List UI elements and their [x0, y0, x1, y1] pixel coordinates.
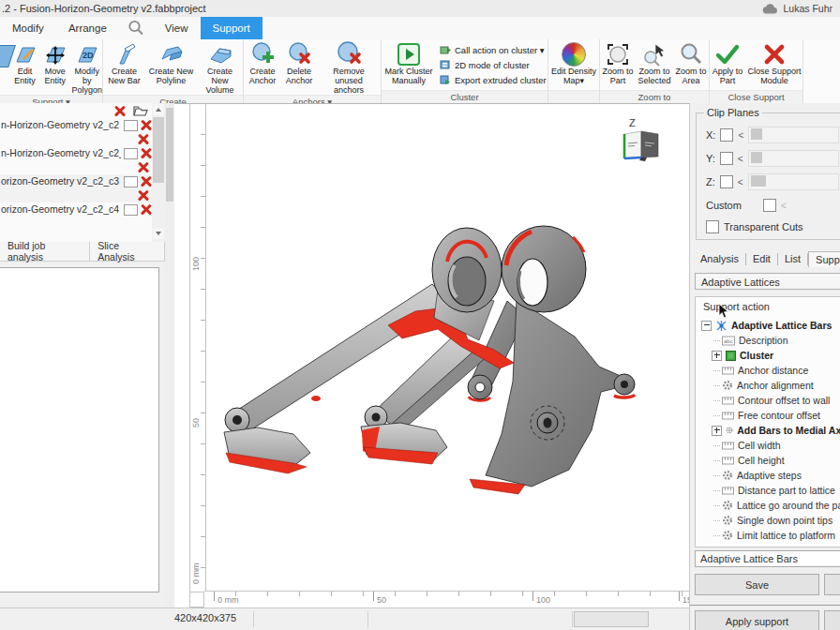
- clip-z-slider[interactable]: [748, 173, 839, 190]
- group-label-anchors[interactable]: Anchors ▾: [244, 95, 381, 103]
- delete-support-icon[interactable]: [138, 190, 149, 201]
- tree-item-anchor-alignment[interactable]: Anchor alignment: [698, 378, 840, 393]
- move-entity-button[interactable]: Move Entity: [41, 41, 68, 85]
- transparent-cuts-checkbox[interactable]: [706, 220, 719, 233]
- support-name-input[interactable]: [695, 550, 840, 567]
- create-new-volume-button[interactable]: Create New Volume: [199, 41, 242, 95]
- export-extruded-cluster-button[interactable]: Export extruded cluster: [440, 73, 547, 86]
- clip-x-flip-button[interactable]: <: [738, 130, 743, 141]
- support-count-button[interactable]: [124, 148, 138, 159]
- apply-support-button[interactable]: Apply support: [695, 610, 819, 630]
- tree-item-lattice-go-around-the-part[interactable]: Lattice go around the part: [698, 498, 840, 513]
- clip-z-slider-thumb[interactable]: [751, 175, 766, 187]
- group-label-support[interactable]: Support ▾: [0, 95, 102, 103]
- scroll-down-button[interactable]: [153, 228, 164, 239]
- tab-support[interactable]: Support: [201, 17, 262, 39]
- expand-icon[interactable]: [712, 351, 722, 361]
- 2d-mode-of-cluster-button[interactable]: 2D mode of cluster: [440, 58, 547, 71]
- create-new-bar-label: Create New Bar: [105, 67, 144, 85]
- collapse-icon[interactable]: [701, 321, 712, 331]
- delete-part-icon[interactable]: [141, 204, 152, 215]
- scrollbar-thumb[interactable]: [153, 117, 164, 183]
- orientation-cube[interactable]: Z: [622, 117, 665, 166]
- clip-z-flip-button[interactable]: <: [738, 177, 743, 188]
- delete-part-icon[interactable]: [141, 148, 152, 158]
- tab-slice-analysis[interactable]: Slice Analysis: [90, 242, 165, 261]
- apply-secondary-button[interactable]: [824, 610, 840, 630]
- clip-x-slider-thumb[interactable]: [751, 128, 762, 140]
- delete-support-icon[interactable]: [138, 134, 149, 144]
- scroll-up-button[interactable]: [153, 104, 164, 115]
- call-action-on-cluster-button[interactable]: Call action on cluster ▾: [440, 43, 547, 56]
- splitter-thumb[interactable]: [166, 108, 173, 202]
- create-anchor-button[interactable]: Create Anchor: [246, 41, 279, 85]
- tree-item-add-bars-to-medial-axis[interactable]: Add Bars to Medial Axis: [698, 423, 840, 438]
- mark-cluster-manually-button[interactable]: Mark Cluster Manually: [383, 41, 434, 85]
- clip-y-slider[interactable]: [748, 150, 839, 167]
- part-row[interactable]: n-Horizon-Geometry v2_c2: [0, 118, 152, 132]
- save-button-label: Save: [745, 579, 769, 591]
- save-secondary-button[interactable]: [824, 574, 840, 595]
- save-button[interactable]: Save: [695, 574, 819, 595]
- user-account[interactable]: Lukas Fuhr: [762, 0, 832, 17]
- viewport-3d[interactable]: 100 50 0 mm 0 mm 50 100 150 Z: [174, 103, 689, 608]
- support-count-button[interactable]: [124, 204, 138, 216]
- tab-arrange[interactable]: Arrange: [56, 17, 119, 39]
- zoom-to-area-button[interactable]: Zoom to Area: [674, 41, 708, 85]
- tree-item-anchor-distance[interactable]: Anchor distance: [698, 363, 840, 378]
- tree-item-cell-height[interactable]: Cell height: [698, 453, 840, 468]
- close-support-module-button[interactable]: Close Support Module: [747, 41, 802, 85]
- tree-item-single-down-point-tips[interactable]: Single down point tips: [698, 513, 840, 528]
- tree-item-free-contour-offset[interactable]: Free contour offset: [698, 408, 840, 423]
- edit-density-map-button[interactable]: Edit Density Map▾: [549, 41, 598, 85]
- clip-z-checkbox[interactable]: [720, 175, 733, 188]
- create-new-bar-button[interactable]: Create New Bar: [105, 41, 144, 85]
- tab-list[interactable]: List: [778, 253, 808, 265]
- delete-support-icon[interactable]: [138, 162, 149, 172]
- preset-dropdown[interactable]: Adaptive Lattices: [695, 273, 840, 290]
- tree-item-cell-width[interactable]: Cell width: [698, 438, 840, 453]
- part-row[interactable]: n-Horizon-Geometry v2_c2_c2: [0, 146, 152, 160]
- tree-item-limit-lattice-to-platform[interactable]: Limit lattice to platform: [698, 528, 840, 543]
- clip-y-flip-button[interactable]: <: [738, 154, 743, 164]
- tree-item-description[interactable]: abc Description: [698, 333, 840, 348]
- modify-by-polygon-button[interactable]: 2D Modify by Polygon: [71, 41, 102, 95]
- support-count-button[interactable]: [124, 176, 138, 188]
- tab-analysis[interactable]: Analysis: [694, 253, 746, 265]
- expand-icon[interactable]: [712, 426, 722, 436]
- search-button[interactable]: [119, 17, 153, 39]
- tab-modify[interactable]: Modify: [0, 17, 56, 39]
- tab-edit[interactable]: Edit: [746, 253, 778, 265]
- clip-x-slider[interactable]: [748, 127, 839, 143]
- part-row[interactable]: orizon-Geometry v2_c2_c4: [0, 202, 152, 217]
- clip-custom-checkbox[interactable]: [763, 199, 776, 212]
- apply-to-part-button[interactable]: Apply to Part: [711, 41, 744, 85]
- remove-unused-anchors-button[interactable]: Remove unused anchors: [319, 41, 379, 95]
- model-bracket-part[interactable]: [202, 198, 689, 545]
- tree-item-distance-part-to-lattice[interactable]: Distance part to lattice: [698, 483, 840, 498]
- panel-splitter-scrollbar[interactable]: [165, 103, 174, 608]
- zoom-to-selected-button[interactable]: Zoom to Selected: [638, 41, 671, 85]
- zoom-to-part-button[interactable]: Zoom to Part: [601, 41, 635, 85]
- clip-y-checkbox[interactable]: [720, 152, 733, 165]
- support-count-button[interactable]: [124, 120, 138, 131]
- delete-anchor-button[interactable]: Delete Anchor: [282, 41, 316, 85]
- tree-item-adaptive-lattice-bars[interactable]: Adaptive Lattice Bars: [698, 318, 840, 333]
- delete-part-icon[interactable]: [141, 120, 152, 130]
- tab-view[interactable]: View: [153, 17, 201, 39]
- create-new-polyline-button[interactable]: Create New Polyline: [147, 41, 196, 85]
- tree-item-cluster[interactable]: Cluster: [698, 348, 840, 363]
- delete-all-icon[interactable]: [114, 106, 126, 116]
- clip-y-slider-thumb[interactable]: [751, 152, 762, 163]
- part-row[interactable]: orizon-Geometry v2_c2_c3: [0, 174, 152, 188]
- delete-part-icon[interactable]: [141, 176, 152, 187]
- open-folder-icon[interactable]: [133, 105, 148, 116]
- tree-item-adaptive-steps[interactable]: Adaptive steps: [698, 468, 840, 483]
- tab-support-action[interactable]: Support ac: [808, 251, 840, 267]
- tab-build-job-analysis[interactable]: Build job analysis: [0, 242, 90, 261]
- edit-entity-button[interactable]: Edit Entity: [11, 41, 38, 85]
- tree-item-contour-offset-to-wall[interactable]: Contour offset to wall: [698, 393, 840, 408]
- close-support-module-icon: [762, 41, 787, 67]
- clip-x-checkbox[interactable]: [720, 128, 733, 142]
- part-list-scrollbar[interactable]: [152, 103, 165, 242]
